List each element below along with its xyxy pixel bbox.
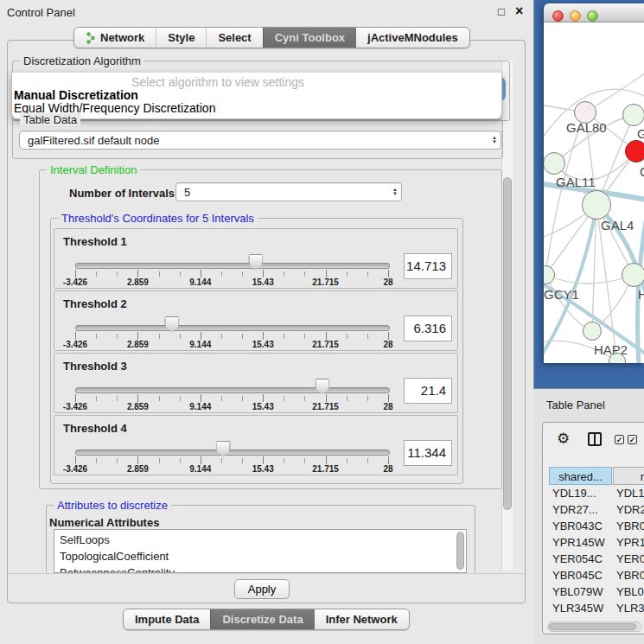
float-window-icon[interactable]: □: [498, 5, 505, 18]
tab-jactivemnodules[interactable]: jActiveMNodules: [356, 28, 469, 48]
panel-title: Control Panel: [7, 6, 75, 19]
content-scrollbar[interactable]: [501, 61, 513, 571]
discretization-algorithm-title: Discretization Algorithm: [20, 54, 144, 67]
node-label-gal4: GAL4: [601, 218, 634, 233]
table-panel-title: Table Panel: [546, 399, 605, 411]
table-row[interactable]: YPR145WYPR1: [549, 534, 644, 551]
attribute-item[interactable]: BetweennessCentrality: [60, 564, 466, 573]
num-intervals-label: Number of Intervals: [69, 187, 175, 200]
node-label-hap2: HAP2: [594, 342, 628, 357]
table-row[interactable]: YIL052CYIL0: [549, 616, 644, 621]
threshold-2-label: Threshold 2: [63, 297, 127, 310]
interval-definition-title: Interval Definition: [47, 163, 140, 176]
zoom-traffic-light-icon[interactable]: [587, 10, 598, 22]
column-layout-icon[interactable]: [588, 432, 602, 446]
tab-infer-network[interactable]: Infer Network: [315, 609, 409, 629]
table-row[interactable]: YLR345WYLR3: [549, 600, 644, 616]
table-row[interactable]: YBL079WYBL0: [549, 583, 644, 600]
network-node-hap2[interactable]: [583, 322, 602, 341]
gear-icon[interactable]: ⚙: [557, 430, 570, 448]
table-row[interactable]: YER054CYER0: [549, 551, 644, 567]
network-node[interactable]: [622, 104, 644, 126]
tab-impute-data[interactable]: Impute Data: [124, 609, 210, 629]
table-row[interactable]: YBR045CYBR0: [549, 567, 644, 583]
close-icon[interactable]: ×: [515, 3, 523, 19]
column-header-name[interactable]: name: [613, 467, 644, 485]
tab-select[interactable]: Select: [206, 28, 262, 48]
attributes-list[interactable]: SelfLoops TopologicalCoefficient Between…: [54, 529, 467, 573]
threshold-4-label: Threshold 4: [63, 422, 127, 435]
table-row[interactable]: YDL19...YDL1: [549, 485, 644, 501]
top-tab-bar: Network Style Select Cyni Toolbox jActiv…: [73, 27, 470, 48]
tab-cyni-toolbox[interactable]: Cyni Toolbox: [263, 28, 356, 48]
threshold-1-scale: -3.426 2.859 9.144 15.43 21.715 28: [75, 277, 388, 288]
attribute-item[interactable]: TopologicalCoefficient: [60, 548, 466, 564]
network-icon: [86, 32, 96, 44]
minimize-traffic-light-icon[interactable]: [570, 10, 581, 22]
column-header-shared-name[interactable]: shared...: [549, 467, 612, 485]
table-row[interactable]: YDR27...YDR2: [549, 501, 644, 518]
combo-stepper-icon: ▲▼: [492, 132, 497, 148]
node-label: H: [638, 287, 644, 302]
node-label-gal80: GAL80: [566, 120, 607, 135]
thresholds-group-title: Threshold's Coordinates for 5 Intervals: [58, 212, 258, 225]
network-node[interactable]: [622, 263, 644, 287]
content-scrollbar-thumb[interactable]: [503, 177, 512, 510]
threshold-3-label: Threshold 3: [63, 360, 127, 373]
numerical-attributes-label: Numerical Attributes: [49, 516, 159, 529]
attributes-group-title: Attributes to discretize: [54, 499, 171, 512]
threshold-2-slider-thumb[interactable]: [164, 316, 179, 332]
threshold-1-slider-thumb[interactable]: [248, 254, 263, 270]
threshold-2-box: Threshold 2 -3.426 2.859 9.144 15.43 21.…: [54, 290, 458, 351]
network-view-window[interactable]: GAL80 G C GAL11 GAL4 GCY1 H HAP2: [544, 3, 644, 363]
dropdown-option-manual[interactable]: Manual Discretization: [14, 88, 138, 102]
table-hscrollbar-thumb[interactable]: [549, 623, 636, 630]
tab-style[interactable]: Style: [156, 28, 206, 48]
threshold-1-label: Threshold 1: [63, 235, 127, 248]
network-canvas[interactable]: GAL80 G C GAL11 GAL4 GCY1 H HAP2: [544, 22, 644, 363]
application-window: Control Panel □ × Network Style Select C…: [0, 0, 644, 644]
checkbox-icon[interactable]: ✓: [628, 435, 637, 444]
close-traffic-light-icon[interactable]: [552, 10, 564, 22]
bottom-tab-bar: Impute Data Discretize Data Infer Networ…: [123, 609, 410, 630]
threshold-3-slider-thumb[interactable]: [315, 379, 329, 394]
threshold-1-value[interactable]: 14.713: [404, 253, 452, 279]
attributes-list-scrollbar-thumb[interactable]: [456, 532, 464, 570]
threshold-1-box: Threshold 1 -3.426 2.859 9.144 15.43 21.…: [54, 228, 458, 289]
network-node-gal4[interactable]: [582, 190, 611, 220]
num-intervals-combo[interactable]: 5 ▲▼: [175, 182, 402, 201]
network-node-gal11[interactable]: [544, 152, 565, 175]
divider: [8, 573, 525, 574]
threshold-2-value[interactable]: 6.316: [404, 316, 452, 341]
node-label-gcy1: GCY1: [544, 287, 579, 302]
node-label: G: [637, 126, 644, 141]
checkbox-icon[interactable]: ✓: [615, 435, 624, 444]
threshold-3-scale: -3.426 2.859 9.144 15.43 21.715 28: [75, 402, 388, 412]
threshold-4-slider-thumb[interactable]: [216, 441, 231, 456]
table-hscrollbar[interactable]: [547, 622, 642, 632]
node-label: C: [640, 164, 644, 179]
threshold-3-value[interactable]: 21.4: [404, 378, 452, 404]
threshold-4-scale: -3.426 2.859 9.144 15.43 21.715 28: [75, 464, 388, 475]
table-data-combo[interactable]: galFiltered.sif default node ▲▼: [19, 131, 501, 150]
node-label-gal11: GAL11: [556, 175, 596, 189]
threshold-4-box: Threshold 4 -3.426 2.859 9.144 15.43 21.…: [54, 415, 458, 475]
table-rows: YDL19...YDL1 YDR27...YDR2 YBR043CYBR0 YP…: [549, 485, 644, 621]
tab-network[interactable]: Network: [74, 28, 156, 48]
apply-button[interactable]: Apply: [234, 579, 290, 599]
table-row[interactable]: YBR043CYBR0: [549, 518, 644, 534]
threshold-3-box: Threshold 3 -3.426 2.859 9.144 15.43 21.…: [54, 353, 458, 413]
combo-stepper-icon: ▲▼: [392, 184, 398, 200]
network-window-titlebar[interactable]: [544, 3, 644, 22]
network-node-selected[interactable]: [625, 140, 644, 163]
dropdown-prompt: Select algorithm to view settings: [12, 75, 424, 89]
algorithm-dropdown-popup: Select algorithm to view settings Manual…: [11, 73, 502, 119]
table-data-title: Table Data: [20, 113, 80, 126]
threshold-4-value[interactable]: 11.344: [404, 440, 452, 466]
threshold-2-scale: -3.426 2.859 9.144 15.43 21.715 28: [75, 340, 388, 350]
attribute-item[interactable]: SelfLoops: [60, 532, 466, 548]
tab-discretize-data[interactable]: Discretize Data: [210, 609, 314, 629]
